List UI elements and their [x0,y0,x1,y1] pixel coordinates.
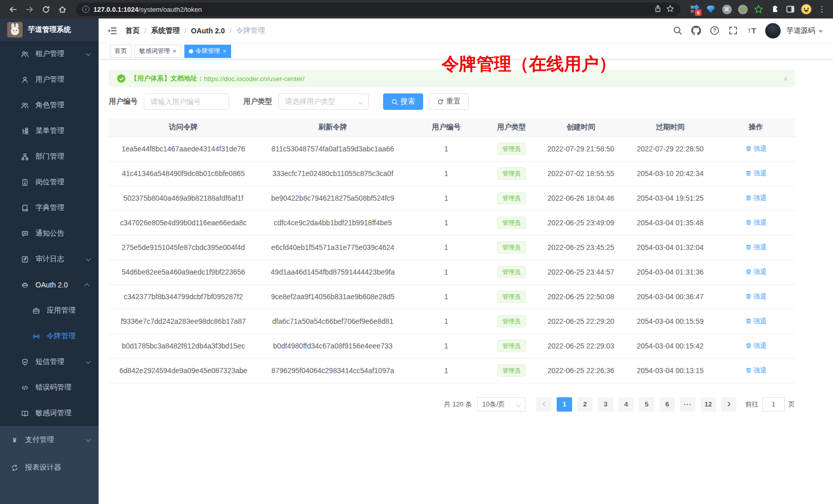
access-token-cell: c342377bf8b344799dcbf7bf095287f2 [109,284,258,309]
app-logo[interactable]: 芋道管理系统 [0,18,99,41]
sidebar-item-department[interactable]: 部门管理 [0,144,99,169]
recorder-extension-icon[interactable] [737,4,748,14]
sidebar-item-menu[interactable]: 菜单管理 [0,118,99,144]
page-button-6[interactable]: 6 [659,397,675,412]
page-button-1[interactable]: 1 [557,397,572,412]
sidebar-item-payment[interactable]: ¥支付管理 [0,426,99,454]
reload-icon[interactable] [39,3,52,16]
back-icon[interactable] [6,3,20,16]
reset-button[interactable]: 重置 [429,93,469,110]
fullscreen-icon[interactable] [728,26,738,35]
pagination-ellipsis[interactable]: ··· [680,397,695,412]
user-avatar[interactable] [765,23,781,38]
sidebar-item-oauth2-app[interactable]: 应用管理 [0,298,99,323]
sidebar-item-audit-log[interactable]: 审计日志 [0,246,99,272]
breadcrumb-separator: / [144,27,146,35]
access-token-cell: 502375b8040a469a9b82188afdf6af1f [109,186,258,210]
page-button-5[interactable]: 5 [639,397,654,412]
user-type-select[interactable]: 请选择用户类型 [278,93,369,110]
force-logout-button[interactable]: 强退 [745,144,767,153]
open-book-icon [21,409,29,417]
command-extension-icon[interactable]: ⌘ [722,4,732,14]
sidebar-item-announcement[interactable]: 通知公告 [0,221,99,246]
sidebar-item-oauth2-token[interactable]: 令牌管理 [0,323,99,349]
user-id-input[interactable] [144,93,229,110]
tag-首页[interactable]: 首页 [110,45,131,58]
gem-extension-icon[interactable] [706,4,716,14]
site-info-icon[interactable]: i [82,6,89,13]
forward-icon[interactable] [23,3,36,16]
doc-link[interactable]: https://doc.iocoder.cn/user-center/ [204,75,305,83]
access-token-cell: c347026e805e4d99b0d116eae66eda8c [109,210,258,235]
force-logout-button[interactable]: 强退 [745,366,767,375]
tag-close-icon[interactable]: × [173,48,177,54]
tag-敏感词管理[interactable]: 敏感词管理× [135,45,181,58]
search-button[interactable]: 搜索 [383,93,423,110]
side-panel-icon[interactable] [785,4,796,14]
tag-令牌管理[interactable]: 令牌管理× [184,45,232,58]
bookmark-star-icon[interactable] [666,5,674,14]
sidebar-item-post[interactable]: 岗位管理 [0,169,99,195]
force-logout-button[interactable]: 强退 [745,317,767,326]
home-icon[interactable] [55,3,69,16]
force-logout-button[interactable]: 强退 [745,341,767,351]
created-time-cell: 2022-07-29 21:58:50 [538,137,623,161]
breadcrumb-item[interactable]: OAuth 2.0 [191,27,225,35]
sidebar-item-sensitive-word[interactable]: 敏感词管理 [0,400,99,426]
tab-manager-extension-icon[interactable]: 9 [690,4,700,14]
goto-page-input[interactable] [762,397,785,412]
sidebar: 芋道管理系统 租户管理用户管理角色管理菜单管理部门管理岗位管理字典管理通知公告审… [0,18,99,504]
breadcrumb: 首页/系统管理/OAuth 2.0/令牌管理 [125,26,265,35]
prev-page-button[interactable] [536,397,552,412]
profile-avatar[interactable] [801,4,811,14]
font-size-icon[interactable]: TT [747,26,756,35]
address-bar[interactable]: i 127.0.0.1:1024/system/oauth2/token [76,3,680,16]
star-extension-icon[interactable] [753,4,764,14]
alert-close-icon[interactable]: × [783,74,788,83]
user-menu[interactable]: 芋道源码 [786,26,823,35]
help-icon[interactable]: ? [710,26,720,35]
access-token-cell: 6d842e2924594de9a09e45e087323abe [109,358,258,383]
column-header: 操作 [717,118,795,137]
created-time-cell: 2022-06-25 22:29:03 [538,334,623,358]
page-button-3[interactable]: 3 [598,397,613,412]
sidebar-item-report-designer[interactable]: 报表设计器 [0,454,99,481]
search-icon[interactable] [673,26,683,35]
sidebar-item-tenant[interactable]: 租户管理 [0,41,99,67]
force-logout-button[interactable]: 强退 [745,267,767,277]
next-page-button[interactable] [721,397,736,412]
force-logout-button[interactable]: 强退 [745,193,767,203]
sidebar-item-role[interactable]: 角色管理 [0,92,99,118]
page-button-2[interactable]: 2 [577,397,593,412]
page-button-4[interactable]: 4 [618,397,634,412]
access-token-cell: b0d1785bc3a8482f812db4a3f3bd15ec [109,334,258,358]
sidebar-item-dictionary[interactable]: 字典管理 [0,195,99,221]
chevron-down-icon [86,51,91,56]
collapse-sidebar-icon[interactable] [107,26,117,36]
force-logout-button[interactable]: 强退 [745,169,767,178]
page-size-select[interactable]: 10条/页 [477,397,525,412]
share-icon[interactable] [654,5,662,14]
tag-close-icon[interactable]: × [223,48,227,54]
page-button-12[interactable]: 12 [701,397,716,412]
code-icon [21,383,29,392]
browser-menu-icon[interactable]: ⋮ [817,5,827,14]
sidebar-item-user[interactable]: 用户管理 [0,67,99,92]
created-time-cell: 2022-06-25 22:26:36 [538,358,623,383]
sidebar-item-oauth2[interactable]: OAuth 2.0 [0,272,99,298]
extensions-puzzle-icon[interactable] [769,4,780,14]
force-logout-button[interactable]: 强退 [745,292,767,301]
github-icon[interactable] [691,26,701,35]
dictionary-icon [21,204,29,212]
sidebar-item-sms[interactable]: 短信管理 [0,349,99,375]
sidebar-item-error-code[interactable]: 错误码管理 [0,375,99,400]
announcement-icon [21,229,29,238]
force-logout-button[interactable]: 强退 [745,218,767,227]
table-row: 54d6be82ee5a460a9aedc1f9bf223656 49d1aa4… [109,260,795,284]
breadcrumb-item[interactable]: 首页 [125,26,140,35]
force-logout-button[interactable]: 强退 [745,243,767,252]
breadcrumb-item[interactable]: 系统管理 [151,26,180,35]
chevron-down-icon [86,256,91,261]
navbar: 首页/系统管理/OAuth 2.0/令牌管理 ? TT 芋道源码 [99,18,833,43]
page-content: 【用户体系】文档地址： https://doc.iocoder.cn/user-… [99,60,833,412]
